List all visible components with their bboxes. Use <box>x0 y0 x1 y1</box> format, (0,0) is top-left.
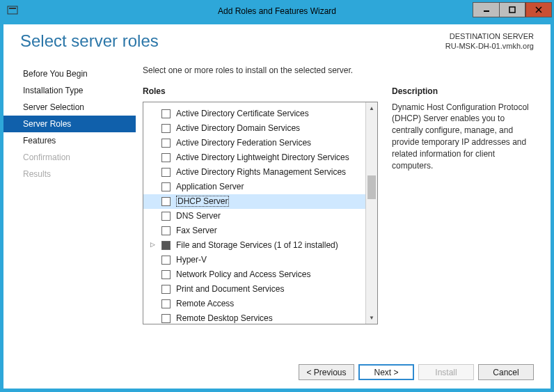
scroll-down-button[interactable]: ▼ <box>366 312 377 324</box>
role-checkbox[interactable] <box>161 256 171 265</box>
role-row[interactable]: Active Directory Lightweight Directory S… <box>143 150 365 165</box>
role-label: DHCP Server <box>176 196 229 207</box>
role-label: Print and Document Services <box>176 284 284 294</box>
role-checkbox[interactable] <box>161 314 171 323</box>
roles-listbox[interactable]: Active Directory Certificate ServicesAct… <box>143 102 378 324</box>
svg-line-4 <box>536 7 541 13</box>
nav-item: Confirmation <box>3 149 136 166</box>
role-row[interactable]: Remote Desktop Services <box>143 311 365 324</box>
roles-column: Roles Active Directory Certificate Servi… <box>143 86 378 357</box>
role-checkbox[interactable] <box>161 270 171 279</box>
role-checkbox[interactable] <box>161 212 171 221</box>
role-row[interactable]: Remote Access <box>143 297 365 311</box>
role-label: Active Directory Rights Management Servi… <box>176 167 346 177</box>
header: Select server roles DESTINATION SERVER R… <box>3 31 551 60</box>
role-checkbox[interactable] <box>161 139 171 148</box>
role-row[interactable]: Active Directory Rights Management Servi… <box>143 165 365 180</box>
instruction-text: Select one or more roles to install on t… <box>143 65 535 75</box>
install-button: Install <box>418 364 474 380</box>
role-label: Active Directory Lightweight Directory S… <box>176 152 349 162</box>
wizard-body: Select server roles DESTINATION SERVER R… <box>1 22 553 391</box>
role-row[interactable]: DHCP Server <box>143 194 365 209</box>
role-label: Application Server <box>176 182 244 191</box>
role-row[interactable]: Active Directory Certificate Services <box>143 107 365 121</box>
role-checkbox[interactable] <box>161 285 171 294</box>
role-checkbox[interactable] <box>161 109 171 118</box>
nav-item[interactable]: Server Selection <box>3 99 136 116</box>
destination-label: DESTINATION SERVER <box>445 31 534 41</box>
nav-item: Results <box>3 166 136 182</box>
columns: Roles Active Directory Certificate Servi… <box>143 86 535 357</box>
role-checkbox[interactable] <box>161 153 171 162</box>
page-title: Select server roles <box>20 31 445 51</box>
role-checkbox[interactable] <box>161 299 171 308</box>
role-row[interactable]: Application Server <box>143 180 365 194</box>
main-body: Before You BeginInstallation TypeServer … <box>3 60 551 357</box>
role-checkbox[interactable] <box>161 226 171 235</box>
role-row[interactable]: Active Directory Domain Services <box>143 121 365 136</box>
role-row[interactable]: Print and Document Services <box>143 282 365 297</box>
role-label: Remote Desktop Services <box>176 313 273 323</box>
wizard-window: Add Roles and Features Wizard Select ser… <box>0 0 554 392</box>
role-row[interactable]: Hyper-V <box>143 253 365 267</box>
role-label: Remote Access <box>176 299 234 308</box>
description-text: Dynamic Host Configuration Protocol (DHC… <box>392 102 535 172</box>
svg-rect-1 <box>9 8 16 9</box>
role-checkbox[interactable] <box>161 124 171 133</box>
wizard-nav: Before You BeginInstallation TypeServer … <box>3 60 136 357</box>
role-row[interactable]: DNS Server <box>143 209 365 224</box>
roles-list: Active Directory Certificate ServicesAct… <box>143 102 365 324</box>
svg-rect-3 <box>509 7 515 13</box>
app-icon <box>6 4 20 18</box>
role-label: Network Policy and Access Services <box>176 269 310 279</box>
content-area: Select one or more roles to install on t… <box>136 60 551 357</box>
svg-rect-0 <box>8 6 17 14</box>
scroll-thumb[interactable] <box>367 175 376 199</box>
destination-info: DESTINATION SERVER RU-MSK-DH-01.vmkh.org <box>445 31 534 52</box>
role-checkbox[interactable] <box>161 197 171 206</box>
role-label: Active Directory Certificate Services <box>176 109 309 118</box>
footer: < Previous Next > Install Cancel <box>3 357 551 383</box>
role-checkbox[interactable] <box>161 168 171 177</box>
minimize-button[interactable] <box>473 2 499 17</box>
role-checkbox[interactable] <box>161 241 171 250</box>
nav-item[interactable]: Server Roles <box>3 116 136 132</box>
next-button[interactable]: Next > <box>358 364 414 380</box>
maximize-button[interactable] <box>499 2 525 17</box>
destination-server: RU-MSK-DH-01.vmkh.org <box>445 41 534 51</box>
description-label: Description <box>392 86 535 96</box>
roles-label: Roles <box>143 86 378 96</box>
cancel-button[interactable]: Cancel <box>478 364 534 380</box>
close-button[interactable] <box>525 2 552 17</box>
scrollbar[interactable]: ▲ ▼ <box>365 102 377 324</box>
role-label: Active Directory Domain Services <box>176 123 300 133</box>
scroll-track[interactable] <box>366 114 377 312</box>
nav-item[interactable]: Before You Begin <box>3 65 136 82</box>
role-checkbox[interactable] <box>161 182 171 191</box>
role-label: DNS Server <box>176 211 221 221</box>
role-row[interactable]: Network Policy and Access Services <box>143 267 365 282</box>
window-title: Add Roles and Features Wizard <box>1 6 553 16</box>
titlebar: Add Roles and Features Wizard <box>1 1 553 22</box>
svg-line-5 <box>536 7 541 13</box>
role-label: Fax Server <box>176 226 217 235</box>
nav-item[interactable]: Installation Type <box>3 82 136 99</box>
expander-icon[interactable]: ▷ <box>150 241 157 248</box>
role-label: File and Storage Services (1 of 12 insta… <box>176 240 338 250</box>
window-controls <box>473 5 553 17</box>
previous-button[interactable]: < Previous <box>299 364 354 380</box>
role-row[interactable]: Fax Server <box>143 224 365 238</box>
role-row[interactable]: ▷File and Storage Services (1 of 12 inst… <box>143 238 365 253</box>
role-label: Hyper-V <box>176 255 207 265</box>
role-row[interactable]: Active Directory Federation Services <box>143 136 365 150</box>
nav-item[interactable]: Features <box>3 132 136 149</box>
scroll-up-button[interactable]: ▲ <box>366 102 377 114</box>
description-column: Description Dynamic Host Configuration P… <box>392 86 535 357</box>
role-label: Active Directory Federation Services <box>176 138 311 148</box>
